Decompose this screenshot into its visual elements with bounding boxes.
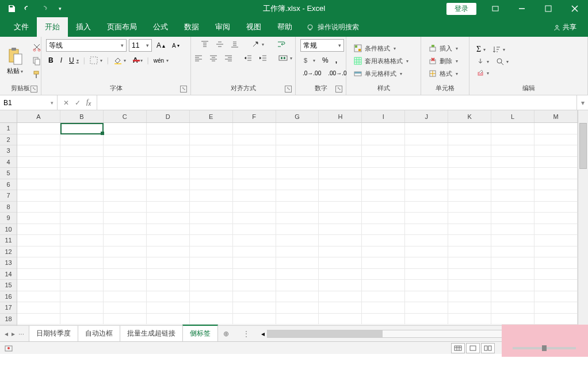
- name-box[interactable]: B1▾: [0, 95, 58, 110]
- conditional-format-button[interactable]: 条件格式: [351, 43, 398, 54]
- cell[interactable]: [233, 202, 276, 213]
- accounting-format-icon[interactable]: $: [300, 55, 318, 66]
- cell[interactable]: [17, 190, 60, 202]
- cell[interactable]: [276, 302, 319, 314]
- cell[interactable]: [190, 145, 233, 157]
- tab-file[interactable]: 文件: [6, 17, 37, 37]
- merge-center-icon[interactable]: [276, 53, 295, 63]
- cell[interactable]: [276, 213, 319, 224]
- cell[interactable]: [319, 157, 362, 168]
- cell[interactable]: [17, 280, 60, 291]
- cell[interactable]: [60, 269, 104, 280]
- cell[interactable]: [534, 302, 578, 314]
- cell[interactable]: [362, 280, 405, 291]
- cell[interactable]: [534, 224, 578, 236]
- cell[interactable]: [17, 123, 60, 134]
- column-header[interactable]: K: [448, 110, 491, 122]
- cell[interactable]: [190, 179, 233, 191]
- zoom-slider[interactable]: [513, 347, 576, 349]
- cell[interactable]: [233, 280, 276, 291]
- cell[interactable]: [17, 179, 60, 191]
- cell[interactable]: [190, 269, 233, 280]
- cell[interactable]: [319, 246, 362, 258]
- increase-decimal-icon[interactable]: .0→.00: [300, 69, 323, 78]
- formula-bar-expand-icon[interactable]: ▾: [576, 95, 588, 110]
- cell[interactable]: [190, 213, 233, 224]
- cell[interactable]: [319, 145, 362, 157]
- format-cells-button[interactable]: 格式: [426, 68, 460, 79]
- wrap-text-icon[interactable]: [274, 39, 288, 49]
- cell[interactable]: [60, 134, 104, 146]
- tab-layout[interactable]: 页面布局: [99, 17, 145, 37]
- cell[interactable]: [233, 145, 276, 157]
- cell[interactable]: [491, 291, 534, 303]
- cell[interactable]: [60, 224, 104, 236]
- cell[interactable]: [319, 179, 362, 191]
- sheet-tab-2[interactable]: 自动边框: [78, 325, 120, 341]
- cell[interactable]: [276, 168, 319, 179]
- cell[interactable]: [491, 190, 534, 202]
- qat-customize-icon[interactable]: ▾: [53, 2, 67, 16]
- share-button[interactable]: 共享: [548, 18, 582, 37]
- cell[interactable]: [60, 202, 104, 213]
- row-header[interactable]: 4: [0, 157, 17, 168]
- cell[interactable]: [405, 213, 448, 224]
- cell[interactable]: [319, 168, 362, 179]
- number-format-select[interactable]: 常规▾: [300, 39, 344, 52]
- horizontal-scroll-thumb[interactable]: [268, 330, 383, 337]
- cell[interactable]: [276, 134, 319, 146]
- cell[interactable]: [491, 314, 534, 325]
- cell[interactable]: [405, 235, 448, 246]
- cell[interactable]: [233, 179, 276, 191]
- sheet-tab-1[interactable]: 日期转季度: [29, 325, 78, 341]
- decrease-decimal-icon[interactable]: .00→.0: [326, 69, 349, 78]
- cell[interactable]: [104, 202, 147, 213]
- cell[interactable]: [147, 280, 190, 291]
- cell[interactable]: [60, 257, 104, 269]
- close-icon[interactable]: [562, 0, 588, 17]
- cell[interactable]: [534, 246, 578, 258]
- cell[interactable]: [405, 280, 448, 291]
- format-painter-icon[interactable]: [31, 69, 43, 80]
- cell[interactable]: [276, 235, 319, 246]
- cell[interactable]: [534, 257, 578, 269]
- row-header[interactable]: 10: [0, 224, 17, 236]
- cell[interactable]: [491, 235, 534, 246]
- cell[interactable]: [491, 213, 534, 224]
- cell[interactable]: [319, 280, 362, 291]
- macro-record-icon[interactable]: [5, 344, 13, 352]
- save-icon[interactable]: [5, 2, 18, 16]
- cell[interactable]: [319, 123, 362, 134]
- cell[interactable]: [60, 302, 104, 314]
- column-header[interactable]: C: [104, 110, 147, 122]
- autosum-icon[interactable]: Σ: [474, 44, 488, 55]
- tab-review[interactable]: 审阅: [207, 17, 238, 37]
- cell[interactable]: [448, 213, 491, 224]
- cell[interactable]: [233, 314, 276, 325]
- cell[interactable]: [104, 224, 147, 236]
- cell[interactable]: [17, 134, 60, 146]
- cell[interactable]: [319, 202, 362, 213]
- column-header[interactable]: M: [534, 110, 578, 122]
- cell[interactable]: [405, 157, 448, 168]
- cell[interactable]: [147, 235, 190, 246]
- cell[interactable]: [60, 190, 104, 202]
- cell[interactable]: [405, 302, 448, 314]
- cell[interactable]: [319, 257, 362, 269]
- cell[interactable]: [104, 246, 147, 258]
- cell[interactable]: [190, 157, 233, 168]
- cell[interactable]: [60, 145, 104, 157]
- row-header[interactable]: 6: [0, 179, 17, 191]
- clear-icon[interactable]: [474, 68, 491, 78]
- cell[interactable]: [233, 190, 276, 202]
- cell[interactable]: [448, 224, 491, 236]
- cell[interactable]: [60, 235, 104, 246]
- cell[interactable]: [362, 302, 405, 314]
- cell[interactable]: [319, 291, 362, 303]
- cell[interactable]: [104, 134, 147, 146]
- select-all-button[interactable]: [0, 110, 17, 123]
- fx-icon[interactable]: fx: [86, 98, 91, 107]
- sheet-tab-4[interactable]: 侧标签: [182, 325, 218, 341]
- cell[interactable]: [362, 235, 405, 246]
- cell[interactable]: [362, 291, 405, 303]
